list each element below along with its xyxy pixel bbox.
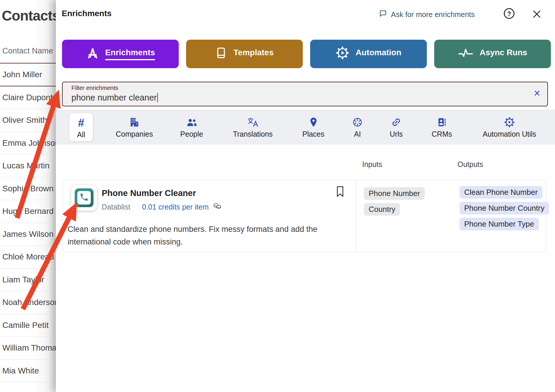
close-icon[interactable] [531, 9, 542, 21]
modal-title: Enrichments [62, 9, 112, 18]
category-tab-places[interactable]: Places [295, 110, 332, 145]
enrichment-description: Clean and standardize phone numbers. Fix… [68, 223, 347, 248]
contact-row[interactable]: Emma Johnson [0, 132, 56, 155]
pulse-icon [458, 47, 473, 61]
contact-list: John Miller Claire Dupont Oliver Smith E… [0, 63, 56, 382]
category-label: Companies [116, 130, 153, 138]
book-icon [215, 46, 227, 61]
page-title: Contacts [2, 8, 56, 24]
contact-name: Claire Dupont [2, 93, 53, 102]
category-label: Translations [233, 130, 273, 138]
category-tab-all[interactable]: # All [69, 113, 93, 141]
ask-for-more-enrichments-link[interactable]: Ask for more enrichments [379, 9, 475, 19]
contact-row[interactable]: Lucas Martin [0, 155, 56, 177]
filter-label: Filter enrichments [71, 85, 118, 91]
category-tab-crms[interactable]: CRMs [424, 110, 459, 145]
contact-row[interactable]: John Miller [0, 63, 56, 86]
contact-row[interactable]: Noah Anderson [0, 291, 56, 314]
clear-filter-icon[interactable]: × [534, 86, 540, 100]
contact-name: Oliver Smith [2, 115, 47, 125]
enrichment-app-icon [71, 185, 97, 211]
svg-text:?: ? [507, 10, 511, 17]
bookmark-icon[interactable] [336, 185, 345, 199]
tab-enrichments[interactable]: Enrichments [62, 40, 179, 68]
input-chip: Country [364, 203, 400, 216]
category-label: CRMs [432, 130, 452, 138]
credits-link[interactable]: 0.01 credits per item [142, 203, 209, 211]
contact-row[interactable]: Sophia Brown [0, 177, 56, 200]
appstore-a-icon [86, 46, 99, 61]
enrichment-nav-buttons: Enrichments Templates [62, 40, 551, 68]
outputs-chip-list: Clean Phone Number Phone Number Country … [459, 186, 549, 230]
contact-row[interactable]: Claire Dupont [0, 86, 56, 109]
enrichment-meta: Datablist 0.01 credits per item [102, 202, 222, 211]
contact-row[interactable]: Hugo Bernard [0, 200, 56, 223]
contact-name: Lucas Martin [2, 161, 49, 170]
translate-icon [247, 116, 259, 128]
map-pin-icon [310, 116, 317, 128]
filter-enrichments-input[interactable]: Filter enrichments phone number cleaner … [62, 82, 548, 106]
category-label: People [180, 130, 203, 138]
category-tab-companies[interactable]: Companies [108, 110, 161, 145]
contact-name: Sophia Brown [2, 184, 54, 193]
input-chip: Phone Number [364, 187, 425, 200]
text-caret [157, 93, 158, 102]
hash-icon: # [78, 117, 84, 129]
coins-icon [213, 202, 222, 211]
enrichment-card-phone-number-cleaner[interactable]: Phone Number Cleaner Datablist 0.01 cred… [63, 180, 546, 252]
category-tab-ai[interactable]: AI [344, 110, 371, 145]
inputs-column-header: Inputs [362, 160, 382, 169]
vendor-label: Datablist [102, 203, 130, 211]
output-chip: Phone Number Type [459, 218, 539, 230]
contact-name: Noah Anderson [2, 298, 56, 307]
phone-icon [79, 192, 89, 203]
contact-name: William Thomas [2, 343, 56, 353]
card-divider [356, 181, 356, 251]
enrichment-title: Phone Number Cleaner [102, 188, 196, 198]
output-chip: Clean Phone Number [459, 186, 542, 199]
contact-name: Chloé Moreau [2, 252, 54, 262]
contact-card-icon [436, 116, 447, 128]
contact-row[interactable]: Mia White [0, 360, 56, 383]
ask-for-more-label: Ask for more enrichments [391, 10, 475, 19]
help-icon[interactable]: ? [503, 8, 515, 21]
nav-label: Templates [233, 48, 273, 60]
category-tab-urls[interactable]: Urls [382, 110, 410, 145]
enrichments-modal: Enrichments Ask for more enrichments ? E… [56, 0, 555, 392]
contact-row[interactable]: Liam Taylor [0, 269, 56, 292]
contacts-table: Contacts Contact Name John Miller Claire… [0, 0, 56, 392]
contact-name: James Wilson [2, 229, 54, 239]
category-tab-translations[interactable]: Translations [225, 110, 280, 145]
output-chip: Phone Number Country [459, 202, 549, 215]
column-header-contact-name: Contact Name [2, 46, 53, 56]
contact-row[interactable]: Oliver Smith [0, 109, 56, 132]
contact-row[interactable]: William Thomas [0, 337, 56, 360]
contact-name: Mia White [2, 366, 39, 376]
tab-templates[interactable]: Templates [186, 40, 303, 68]
category-tab-people[interactable]: People [173, 110, 211, 145]
contact-name: John Miller [2, 70, 42, 79]
contact-name: Liam Taylor [2, 275, 44, 284]
contact-name: Camille Petit [2, 321, 49, 330]
contact-row[interactable]: Camille Petit [0, 314, 56, 337]
outputs-column-header: Outputs [457, 160, 483, 169]
ai-openai-icon [352, 116, 363, 128]
nav-label: Enrichments [105, 48, 155, 60]
nav-label: Automation [356, 48, 402, 60]
tab-async-runs[interactable]: Async Runs [434, 40, 551, 68]
contact-row[interactable]: Chloé Moreau [0, 246, 56, 269]
people-icon [186, 116, 198, 128]
category-label: All [77, 130, 85, 139]
contact-name: Emma Johnson [2, 138, 56, 148]
gear-play-icon [336, 46, 349, 62]
filter-value: phone number cleaner [71, 93, 158, 103]
inputs-chip-list: Phone Number Country [364, 187, 425, 216]
category-label: Places [302, 130, 324, 138]
tab-automation[interactable]: Automation [310, 40, 427, 68]
category-label: Automation Utils [483, 130, 536, 138]
contact-row[interactable]: James Wilson [0, 223, 56, 246]
link-icon [391, 116, 402, 128]
category-tab-automation-utils[interactable]: Automation Utils [475, 110, 544, 145]
category-tabs: # All Companies People Translations Pl [56, 110, 555, 145]
gear-play-icon [504, 116, 515, 128]
